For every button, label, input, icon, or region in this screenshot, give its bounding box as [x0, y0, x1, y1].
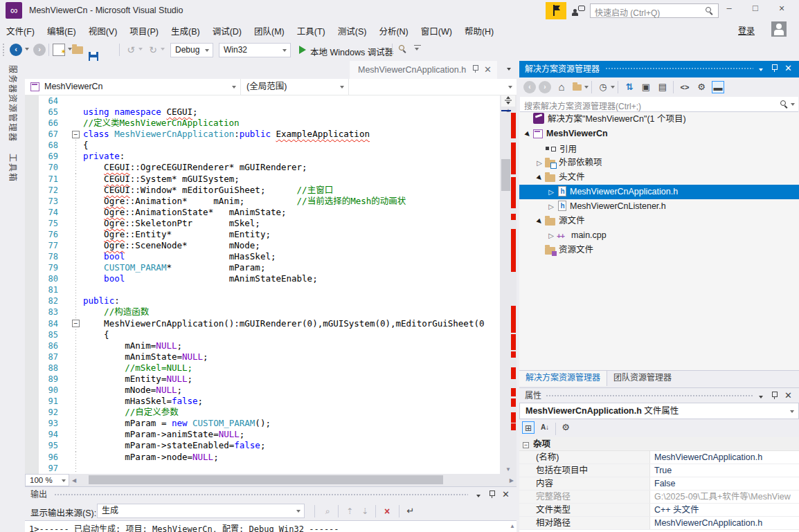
collapse-region-icon[interactable]: − [72, 320, 80, 327]
tree-item--[interactable]: 资源文件 [519, 243, 799, 257]
editor-zoom-dropdown[interactable]: 100 % [25, 474, 69, 486]
code-line[interactable]: //定义类MeshViewerCnApplication [83, 118, 500, 129]
fold-cell[interactable] [71, 440, 83, 451]
close-icon[interactable]: ✕ [502, 489, 510, 499]
fold-cell[interactable] [71, 262, 83, 273]
fold-cell[interactable] [71, 218, 83, 229]
code-line[interactable]: using namespace CEGUI; [83, 107, 500, 118]
menu-item[interactable]: 测试(S) [332, 21, 373, 41]
tree-item-meshviewercnapplication.h[interactable]: ▷MeshViewerCnApplication.h [519, 185, 799, 199]
breakpoint-margin[interactable] [25, 95, 39, 474]
properties-title-bar[interactable]: 属性 ✕ [519, 387, 799, 403]
bottom-tab-team-explorer[interactable]: 团队资源管理器 [607, 371, 678, 386]
code-line[interactable]: mParam->stateEnabled=false; [83, 440, 500, 451]
code-text-area[interactable]: using namespace CEGUI;//定义类MeshViewerCnA… [83, 95, 500, 474]
fold-cell[interactable] [71, 207, 83, 218]
next-message-icon[interactable]: ⇣ [359, 505, 371, 517]
server-explorer-vertical-tab[interactable]: 服务器资源管理器 [8, 65, 19, 143]
pin-icon[interactable] [771, 64, 778, 72]
clear-all-icon[interactable]: × [381, 505, 393, 517]
view-code-icon[interactable]: <> [679, 81, 691, 93]
expanded-arrow-icon[interactable]: ▶ [522, 127, 533, 142]
sync-with-active-document-icon[interactable]: ⇅ [623, 81, 636, 93]
property-value[interactable]: C++ 头文件 [650, 504, 799, 516]
search-options-caret[interactable] [791, 103, 795, 106]
expanded-arrow-icon[interactable]: ▶ [534, 170, 545, 185]
sign-in-link[interactable]: 登录 [738, 24, 755, 36]
fold-cell[interactable] [71, 374, 83, 385]
start-debugging-button[interactable]: 本地 Windows 调试器 [310, 45, 393, 58]
fold-cell[interactable] [71, 329, 83, 340]
tree-item--[interactable]: ▶头文件 [519, 170, 799, 185]
property-value[interactable]: True [650, 464, 799, 477]
code-line[interactable]: CEGUI::Window* mEditorGuiSheet; //主窗口 [83, 185, 500, 196]
previous-message-icon[interactable]: ⇡ [343, 505, 356, 517]
code-line[interactable]: MeshViewerCnApplication():mGUIRenderer(0… [83, 318, 500, 329]
menu-item[interactable]: 项目(P) [123, 21, 165, 41]
code-line[interactable]: mAnim=NULL; [83, 340, 500, 351]
redo-caret[interactable] [161, 48, 165, 51]
menu-item[interactable]: 分析(N) [372, 21, 414, 41]
fold-cell[interactable] [71, 251, 83, 262]
code-line[interactable]: //自定义参数 [83, 407, 500, 418]
code-line[interactable]: { [83, 329, 500, 340]
collapsed-arrow-icon[interactable]: ▷ [546, 185, 557, 199]
feedback-icon[interactable] [572, 5, 586, 16]
navigate-back-button[interactable]: ‹ [10, 44, 22, 56]
menu-item[interactable]: 窗口(W) [415, 21, 458, 41]
code-line[interactable]: private: [83, 151, 500, 162]
fold-cell[interactable] [71, 273, 83, 284]
fold-cell[interactable] [71, 452, 83, 463]
back-icon[interactable]: ‹ [523, 81, 536, 93]
code-line[interactable]: mEntity=NULL; [83, 374, 500, 385]
pin-icon[interactable] [472, 65, 478, 73]
new-project-button[interactable] [53, 44, 65, 56]
document-tab[interactable]: MeshViewerCnApplication.h✕ [350, 61, 497, 79]
code-line[interactable]: public: [83, 295, 500, 306]
split-window-handle[interactable] [501, 95, 515, 107]
properties-wrench-icon[interactable]: ⚙ [695, 81, 708, 93]
fold-cell[interactable] [71, 95, 83, 107]
preview-selected-items-icon[interactable]: ▤ [656, 81, 669, 93]
tree-item--meshviewercn-1-[interactable]: 解决方案"MeshViewerCn"(1 个项目) [519, 112, 799, 127]
fold-cell[interactable] [71, 306, 83, 318]
fold-cell[interactable]: − [71, 129, 83, 140]
code-line[interactable]: Ogre::Animation* mAnim; //当前选择的Mesh的动画状 [83, 196, 500, 207]
window-position-caret[interactable] [759, 396, 763, 398]
collapse-region-icon[interactable]: − [72, 131, 80, 138]
output-title-bar[interactable]: 输出 ✕ [25, 487, 517, 502]
refresh-icon[interactable]: ▣ [640, 81, 652, 93]
solution-explorer-search-input[interactable]: 搜索解决方案资源管理器(Ctrl+;) [520, 97, 798, 112]
collapse-category-icon[interactable]: − [523, 442, 529, 448]
navigate-forward-button[interactable]: › [33, 44, 46, 56]
fold-cell[interactable] [71, 240, 83, 251]
menu-item[interactable]: 视图(V) [82, 21, 124, 41]
tree-item--[interactable]: ▷外部依赖项 [519, 156, 799, 170]
toolbox-vertical-tab[interactable]: 工具箱 [8, 154, 19, 183]
property-row[interactable]: 文件类型C++ 头文件 [519, 504, 799, 517]
code-line[interactable]: { [83, 140, 500, 151]
horizontal-scrollbar-thumb[interactable] [89, 475, 443, 484]
find-message-icon[interactable]: ⌕ [321, 505, 334, 517]
notifications-flag-button[interactable] [546, 2, 566, 19]
solution-configuration-dropdown[interactable]: Debug [170, 43, 213, 57]
bottom-tab-solution-explorer[interactable]: 解决方案资源管理器 [519, 371, 607, 386]
output-source-dropdown[interactable]: 生成 [97, 504, 305, 518]
maximize-button[interactable]: □ [745, 0, 766, 18]
code-line[interactable] [83, 284, 500, 295]
code-line[interactable]: CUSTOM_PARAM* mParam; [83, 262, 500, 273]
tab-list-chevron-icon[interactable] [507, 68, 511, 71]
code-line[interactable] [83, 463, 500, 474]
fold-cell[interactable] [71, 340, 83, 351]
scroll-right-arrow[interactable]: ▶ [510, 477, 514, 484]
output-scroll-up-arrow[interactable]: ▲ [510, 523, 515, 529]
code-line[interactable]: bool mAnimStateEnable; [83, 273, 500, 284]
fold-cell[interactable] [71, 396, 83, 407]
fold-cell[interactable] [71, 351, 83, 363]
fold-cell[interactable] [71, 295, 83, 306]
fold-cell[interactable] [71, 363, 83, 374]
properties-object-dropdown[interactable]: MeshViewerCnApplication.h 文件属性 [519, 403, 799, 419]
window-position-caret[interactable] [759, 68, 763, 71]
fold-cell[interactable] [71, 107, 83, 118]
window-position-caret[interactable] [476, 495, 481, 497]
